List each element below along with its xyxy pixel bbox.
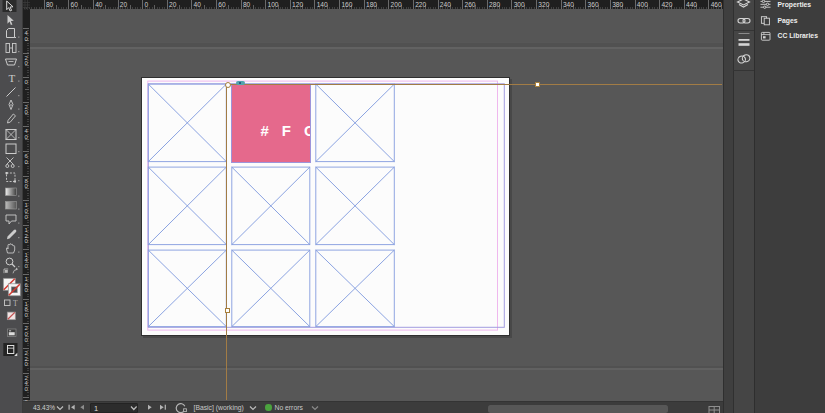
svg-text:T: T	[13, 299, 18, 308]
svg-text:260: 260	[465, 1, 476, 8]
svg-text:140: 140	[317, 1, 328, 8]
svg-text:320: 320	[538, 1, 549, 8]
svg-text:80: 80	[46, 1, 54, 8]
svg-text:400: 400	[637, 1, 648, 8]
svg-text:220: 220	[415, 1, 426, 8]
svg-text:160: 160	[25, 276, 29, 293]
svg-text:0: 0	[144, 1, 148, 8]
svg-text:160: 160	[341, 1, 352, 8]
svg-text:100: 100	[268, 1, 279, 8]
svg-text:380: 380	[612, 1, 623, 8]
svg-text:20: 20	[169, 1, 177, 8]
svg-text:120: 120	[292, 1, 303, 8]
svg-text:200: 200	[391, 1, 402, 8]
svg-text:40: 40	[194, 1, 202, 8]
svg-text:300: 300	[514, 1, 525, 8]
svg-text:360: 360	[588, 1, 599, 8]
svg-text:440: 440	[686, 1, 697, 8]
svg-text:180: 180	[366, 1, 377, 8]
svg-text:60: 60	[218, 1, 226, 8]
svg-text:T: T	[9, 72, 16, 84]
svg-text:340: 340	[563, 1, 574, 8]
svg-text:80: 80	[243, 1, 251, 8]
svg-text:240: 240	[440, 1, 451, 8]
svg-text:180: 180	[25, 301, 29, 318]
svg-text:280: 280	[489, 1, 500, 8]
svg-text:40: 40	[95, 1, 103, 8]
svg-text:460: 460	[711, 1, 722, 8]
svg-text:60: 60	[71, 1, 79, 8]
svg-text:20: 20	[120, 1, 128, 8]
svg-text:420: 420	[661, 1, 672, 8]
